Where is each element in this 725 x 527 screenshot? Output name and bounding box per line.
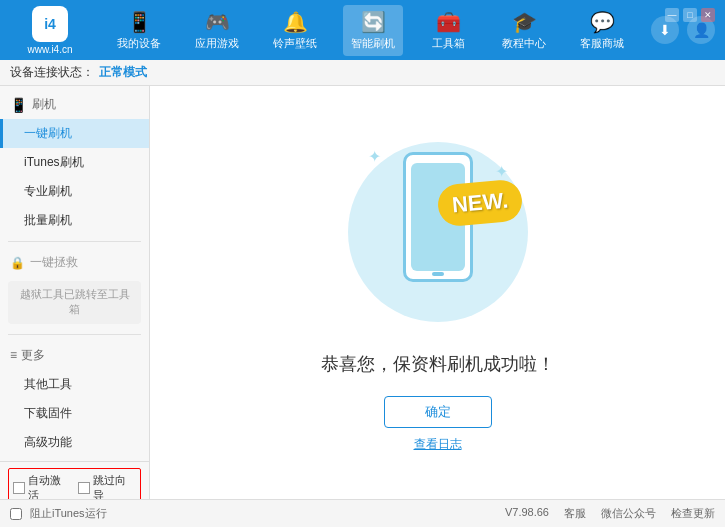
sidebar: 📱 刷机 一键刷机 iTunes刷机 专业刷机 批量刷机 [0, 86, 150, 499]
main-layout: 📱 刷机 一键刷机 iTunes刷机 专业刷机 批量刷机 [0, 86, 725, 499]
window-controls: — □ ✕ [665, 8, 715, 22]
bottom-left: 阻止iTunes运行 [10, 506, 107, 521]
rescue-label: 一键拯救 [30, 254, 78, 271]
view-log-link[interactable]: 查看日志 [414, 436, 462, 453]
itunes-flash-label: iTunes刷机 [24, 155, 84, 169]
flash-section: 📱 刷机 一键刷机 iTunes刷机 专业刷机 批量刷机 [0, 86, 149, 239]
auto-activate-label: 自动激活 [28, 473, 72, 499]
nav-tutorials[interactable]: 🎓 教程中心 [494, 5, 554, 56]
itunes-checkbox[interactable] [10, 508, 22, 520]
status-label: 设备连接状态： [10, 64, 94, 81]
customer-service-link[interactable]: 客服 [564, 506, 586, 521]
skip-wizard-option[interactable]: 跳过向导 [78, 473, 137, 499]
version-text: V7.98.66 [505, 506, 549, 521]
sidebar-batch-flash[interactable]: 批量刷机 [0, 206, 149, 235]
device-section: 自动激活 跳过向导 📱 iPhone 15 Pro Max 512GB iPho… [0, 461, 149, 499]
nav-smart-flash-label: 智能刷机 [351, 36, 395, 51]
nav-my-device-label: 我的设备 [117, 36, 161, 51]
more-header: ≡ 更多 [0, 341, 149, 370]
other-tools-label: 其他工具 [24, 377, 72, 391]
apps-games-icon: 🎮 [205, 10, 230, 34]
ringtones-icon: 🔔 [283, 10, 308, 34]
auto-activate-checkbox[interactable] [13, 482, 25, 494]
sparkle-right: ✦ [495, 162, 508, 181]
logo-area: i4 www.i4.cn [10, 6, 90, 55]
nav-apps-games[interactable]: 🎮 应用游戏 [187, 5, 247, 56]
status-bar: 设备连接状态： 正常模式 [0, 60, 725, 86]
sidebar-download-firmware[interactable]: 下载固件 [0, 399, 149, 428]
bottom-right: V7.98.66 客服 微信公众号 检查更新 [505, 506, 715, 521]
nav-apps-games-label: 应用游戏 [195, 36, 239, 51]
check-update-link[interactable]: 检查更新 [671, 506, 715, 521]
nav-items: 📱 我的设备 🎮 应用游戏 🔔 铃声壁纸 🔄 智能刷机 🧰 工具箱 🎓 [100, 5, 641, 56]
sidebar-divider-2 [8, 334, 141, 335]
flash-header-icon: 📱 [10, 97, 27, 113]
disabled-notice: 越狱工具已跳转至工具箱 [8, 281, 141, 324]
confirm-button[interactable]: 确定 [384, 396, 492, 428]
wechat-link[interactable]: 微信公众号 [601, 506, 656, 521]
nav-service[interactable]: 💬 客服商城 [572, 5, 632, 56]
auto-activate-option[interactable]: 自动激活 [13, 473, 72, 499]
nav-my-device[interactable]: 📱 我的设备 [109, 5, 169, 56]
skip-wizard-checkbox[interactable] [78, 482, 90, 494]
skip-wizard-label: 跳过向导 [93, 473, 137, 499]
batch-flash-label: 批量刷机 [24, 213, 72, 227]
sidebar-one-key-flash[interactable]: 一键刷机 [0, 119, 149, 148]
status-mode: 正常模式 [99, 64, 147, 81]
nav-service-label: 客服商城 [580, 36, 624, 51]
success-message: 恭喜您，保资料刷机成功啦！ [321, 352, 555, 376]
itunes-label: 阻止iTunes运行 [30, 506, 107, 521]
maximize-button[interactable]: □ [683, 8, 697, 22]
sparkle-left: ✦ [368, 147, 381, 166]
service-icon: 💬 [590, 10, 615, 34]
download-firmware-label: 下载固件 [24, 406, 72, 420]
logo-text: i4 [44, 16, 56, 32]
nav-toolbox[interactable]: 🧰 工具箱 [421, 5, 476, 56]
more-label: 更多 [21, 347, 45, 364]
logo-icon: i4 [32, 6, 68, 42]
sidebar-other-tools[interactable]: 其他工具 [0, 370, 149, 399]
toolbox-icon: 🧰 [436, 10, 461, 34]
nav-tutorials-label: 教程中心 [502, 36, 546, 51]
flash-header-label: 刷机 [32, 96, 56, 113]
phone-home-btn [432, 272, 444, 276]
top-navigation: i4 www.i4.cn 📱 我的设备 🎮 应用游戏 🔔 铃声壁纸 🔄 智能刷机 [0, 0, 725, 60]
one-key-flash-label: 一键刷机 [24, 126, 72, 140]
pro-flash-label: 专业刷机 [24, 184, 72, 198]
sidebar-divider-1 [8, 241, 141, 242]
sidebar-pro-flash[interactable]: 专业刷机 [0, 177, 149, 206]
content-area: ✦ ✦ NEW. 恭喜您，保资料刷机成功啦！ 确定 查看日志 [150, 86, 725, 499]
logo-subtext: www.i4.cn [27, 44, 72, 55]
more-section: ≡ 更多 其他工具 下载固件 高级功能 [0, 337, 149, 461]
nav-ringtones-label: 铃声壁纸 [273, 36, 317, 51]
sidebar-itunes-flash[interactable]: iTunes刷机 [0, 148, 149, 177]
nav-smart-flash[interactable]: 🔄 智能刷机 [343, 5, 403, 56]
advanced-label: 高级功能 [24, 435, 72, 449]
auto-options-container: 自动激活 跳过向导 [8, 468, 141, 499]
rescue-section: 🔒 一键拯救 越狱工具已跳转至工具箱 [0, 244, 149, 332]
rescue-icon: 🔒 [10, 256, 25, 270]
tutorials-icon: 🎓 [512, 10, 537, 34]
download-icon: ⬇ [659, 22, 671, 38]
bottom-bar: 阻止iTunes运行 V7.98.66 客服 微信公众号 检查更新 [0, 499, 725, 527]
close-button[interactable]: ✕ [701, 8, 715, 22]
nav-toolbox-label: 工具箱 [432, 36, 465, 51]
user-icon: 👤 [693, 22, 710, 38]
nav-ringtones[interactable]: 🔔 铃声壁纸 [265, 5, 325, 56]
phone-illustration: ✦ ✦ NEW. [338, 132, 538, 332]
new-badge-text: NEW. [451, 188, 509, 218]
more-icon: ≡ [10, 348, 17, 362]
my-device-icon: 📱 [127, 10, 152, 34]
sidebar-advanced[interactable]: 高级功能 [0, 428, 149, 457]
flash-header[interactable]: 📱 刷机 [0, 90, 149, 119]
rescue-header: 🔒 一键拯救 [0, 248, 149, 277]
smart-flash-icon: 🔄 [361, 10, 386, 34]
minimize-button[interactable]: — [665, 8, 679, 22]
